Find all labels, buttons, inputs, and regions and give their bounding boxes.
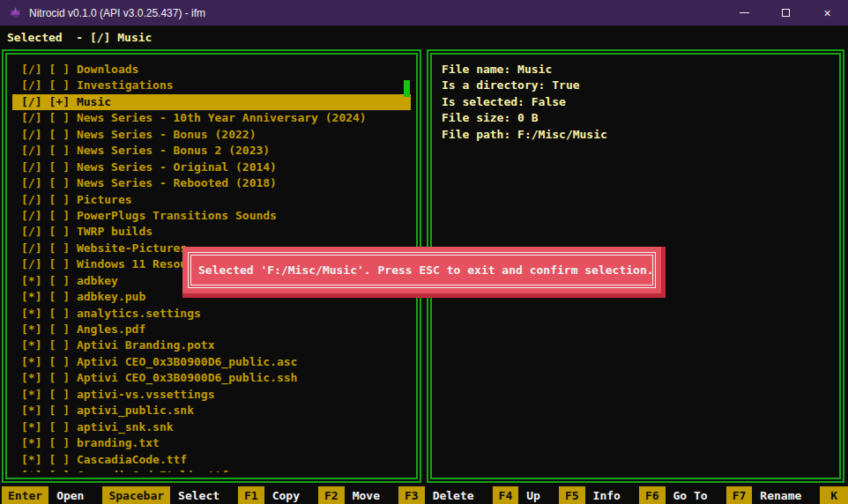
keybinding[interactable]: F1 Copy bbox=[238, 486, 313, 504]
entry-name: Angles.pdf bbox=[77, 322, 145, 337]
file-info-line: File size: 0 B bbox=[437, 110, 834, 126]
keybinding[interactable]: F2 Move bbox=[318, 486, 393, 504]
entry-select-checkbox[interactable]: [ ] bbox=[48, 78, 69, 93]
file-row[interactable]: [/] [ ] Investigations bbox=[12, 78, 411, 93]
titlebar: Nitrocid v0.1.0 (API v3.0.25.437) - ifm … bbox=[0, 0, 848, 26]
keybinding-action: Rename bbox=[752, 486, 815, 504]
entry-select-checkbox[interactable]: [+] bbox=[48, 94, 69, 110]
entry-name: News Series - Bonus (2022) bbox=[77, 127, 257, 143]
entry-select-checkbox[interactable]: [ ] bbox=[48, 435, 69, 451]
keybinding[interactable]: F4 Up bbox=[493, 486, 554, 504]
entry-name: Investigations bbox=[77, 78, 174, 93]
entry-select-checkbox[interactable]: [ ] bbox=[48, 387, 69, 403]
keybinding-action: Copy bbox=[264, 486, 313, 504]
keycap[interactable]: F5 bbox=[559, 486, 585, 504]
keybinding[interactable]: F5 Info bbox=[559, 486, 634, 504]
keycap[interactable]: F2 bbox=[318, 486, 345, 504]
file-row[interactable]: [/] [ ] Downloads bbox=[12, 62, 411, 78]
file-row[interactable]: [/] [ ] News Series - 10th Year Annivers… bbox=[12, 110, 411, 126]
file-row[interactable]: [/] [ ] News Series - Rebooted (2018) bbox=[12, 175, 411, 191]
entry-select-checkbox[interactable]: [ ] bbox=[48, 110, 69, 126]
entry-select-checkbox[interactable]: [ ] bbox=[48, 159, 69, 175]
nitrocid-logo-icon bbox=[9, 6, 22, 19]
maximize-button[interactable] bbox=[765, 0, 807, 26]
file-row[interactable]: [*] [ ] Angles.pdf bbox=[12, 322, 411, 337]
keybinding[interactable]: F3 Delete bbox=[398, 486, 487, 504]
entry-select-checkbox[interactable]: [ ] bbox=[48, 289, 69, 305]
entry-type-marker: [*] bbox=[21, 322, 41, 337]
entry-select-checkbox[interactable]: [ ] bbox=[48, 354, 69, 370]
file-row[interactable]: [*] [ ] CascadiaCodeItalic.ttf bbox=[12, 468, 411, 472]
keycap[interactable]: F4 bbox=[493, 486, 519, 504]
entry-select-checkbox[interactable]: [ ] bbox=[48, 224, 69, 240]
entry-select-checkbox[interactable]: [ ] bbox=[48, 337, 69, 353]
keycap[interactable]: Spacebar bbox=[102, 486, 170, 504]
entry-select-checkbox[interactable]: [ ] bbox=[48, 306, 69, 322]
file-row[interactable]: [/] [ ] TWRP builds bbox=[12, 224, 411, 240]
entry-name: News Series - Original (2014) bbox=[77, 159, 277, 175]
entry-select-checkbox[interactable]: [ ] bbox=[48, 192, 69, 208]
file-row[interactable]: [*] [ ] CascadiaCode.ttf bbox=[12, 452, 411, 468]
keybinding[interactable]: Spacebar Select bbox=[102, 486, 233, 504]
keybinding[interactable]: F6 Go To bbox=[639, 486, 721, 504]
keybinding[interactable]: Enter Open bbox=[2, 486, 97, 504]
entry-name: analytics.settings bbox=[77, 306, 201, 322]
entry-select-checkbox[interactable]: [ ] bbox=[48, 403, 69, 419]
entry-select-checkbox[interactable]: [ ] bbox=[48, 468, 69, 472]
entry-type-marker: [/] bbox=[21, 208, 41, 224]
keycap[interactable]: F1 bbox=[238, 486, 264, 504]
entry-type-marker: [/] bbox=[21, 94, 41, 110]
keycap[interactable]: F6 bbox=[639, 486, 666, 504]
file-row[interactable]: [*] [ ] aptivi_snk.snk bbox=[12, 419, 411, 435]
entry-type-marker: [/] bbox=[21, 241, 41, 256]
file-info-line: File path: F:/Misc/Music bbox=[437, 127, 834, 143]
minimize-icon bbox=[740, 12, 749, 13]
entry-select-checkbox[interactable]: [ ] bbox=[48, 370, 69, 386]
entry-type-marker: [*] bbox=[21, 403, 41, 419]
file-row[interactable]: [*] [ ] Aptivi Branding.potx bbox=[12, 337, 411, 353]
entry-select-checkbox[interactable]: [ ] bbox=[48, 273, 69, 289]
keybinding-action: Select bbox=[170, 486, 233, 504]
entry-type-marker: [*] bbox=[21, 289, 41, 305]
keycap[interactable]: F7 bbox=[726, 486, 753, 504]
file-row[interactable]: [*] [ ] branding.txt bbox=[12, 435, 411, 451]
minimize-button[interactable] bbox=[724, 0, 765, 26]
entry-select-checkbox[interactable]: [ ] bbox=[48, 62, 69, 78]
file-row[interactable]: [*] [ ] aptivi-vs.vssettings bbox=[12, 387, 411, 403]
entry-select-checkbox[interactable]: [ ] bbox=[48, 419, 69, 435]
file-row[interactable]: [/] [ ] News Series - Bonus (2022) bbox=[12, 127, 411, 143]
keycap[interactable]: Enter bbox=[2, 486, 48, 504]
entry-select-checkbox[interactable]: [ ] bbox=[48, 241, 69, 256]
keybinding-action: Info bbox=[585, 486, 634, 504]
keybinding[interactable]: K bbox=[820, 486, 848, 504]
file-row[interactable]: [/] [ ] News Series - Original (2014) bbox=[12, 159, 411, 175]
file-row[interactable]: [/] [ ] PowerPlugs Transitions Sounds bbox=[12, 208, 411, 224]
entry-select-checkbox[interactable]: [ ] bbox=[48, 322, 69, 337]
entry-type-marker: [/] bbox=[21, 256, 41, 272]
keycap[interactable]: K bbox=[820, 486, 848, 504]
entry-select-checkbox[interactable]: [ ] bbox=[48, 208, 69, 224]
entry-select-checkbox[interactable]: [ ] bbox=[48, 175, 69, 191]
entry-type-marker: [/] bbox=[21, 159, 41, 175]
entry-name: aptivi_public.snk bbox=[77, 403, 194, 419]
entry-type-marker: [/] bbox=[21, 192, 41, 208]
keybinding-action: Move bbox=[345, 486, 393, 504]
entry-select-checkbox[interactable]: [ ] bbox=[48, 256, 69, 272]
file-row[interactable]: [/] [ ] News Series - Bonus 2 (2023) bbox=[12, 143, 411, 159]
close-button[interactable]: × bbox=[807, 0, 848, 26]
entry-name: PowerPlugs Transitions Sounds bbox=[77, 208, 277, 224]
entry-select-checkbox[interactable]: [ ] bbox=[48, 143, 69, 159]
keybinding-action: Open bbox=[48, 486, 97, 504]
file-row[interactable]: [*] [ ] analytics.settings bbox=[12, 306, 411, 322]
keycap[interactable]: F3 bbox=[398, 486, 425, 504]
entry-select-checkbox[interactable]: [ ] bbox=[48, 127, 69, 143]
entry-select-checkbox[interactable]: [ ] bbox=[48, 452, 69, 468]
keybinding[interactable]: F7 Rename bbox=[726, 486, 815, 504]
file-row[interactable]: [/] [ ] Pictures bbox=[12, 192, 411, 208]
file-row[interactable]: [/] [+] Music bbox=[12, 94, 411, 110]
file-row[interactable]: [*] [ ] aptivi_public.snk bbox=[12, 403, 411, 419]
scrollbar-thumb[interactable] bbox=[404, 80, 410, 97]
file-row[interactable]: [*] [ ] Aptivi CEO_0x3B0900D6_public.asc bbox=[12, 354, 411, 370]
entry-name: adbkey.pub bbox=[77, 289, 145, 305]
file-row[interactable]: [*] [ ] Aptivi CEO_0x3B0900D6_public.ssh bbox=[12, 370, 411, 386]
